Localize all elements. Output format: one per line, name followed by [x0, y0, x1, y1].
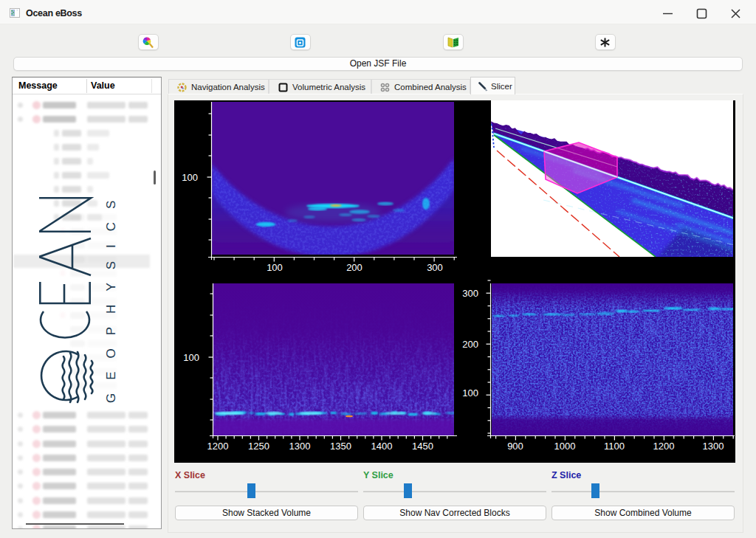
svg-text:300: 300	[462, 288, 478, 299]
svg-text:100: 100	[182, 172, 198, 183]
svg-text:100: 100	[267, 262, 283, 273]
svg-text:1200: 1200	[653, 441, 675, 452]
svg-text:1300: 1300	[289, 441, 311, 452]
svg-text:900: 900	[507, 441, 523, 452]
svg-text:1200: 1200	[207, 441, 229, 452]
svg-text:1000: 1000	[554, 441, 576, 452]
svg-text:200: 200	[462, 339, 478, 350]
svg-text:1250: 1250	[248, 441, 269, 452]
svg-text:1350: 1350	[330, 441, 351, 452]
svg-text:1450: 1450	[412, 441, 433, 452]
svg-text:100: 100	[462, 387, 478, 399]
svg-text:1300: 1300	[703, 441, 724, 452]
svg-text:1100: 1100	[604, 441, 625, 452]
svg-text:1400: 1400	[371, 441, 393, 452]
svg-text:100: 100	[183, 352, 199, 363]
svg-text:200: 200	[346, 262, 362, 273]
svg-text:300: 300	[427, 262, 443, 273]
